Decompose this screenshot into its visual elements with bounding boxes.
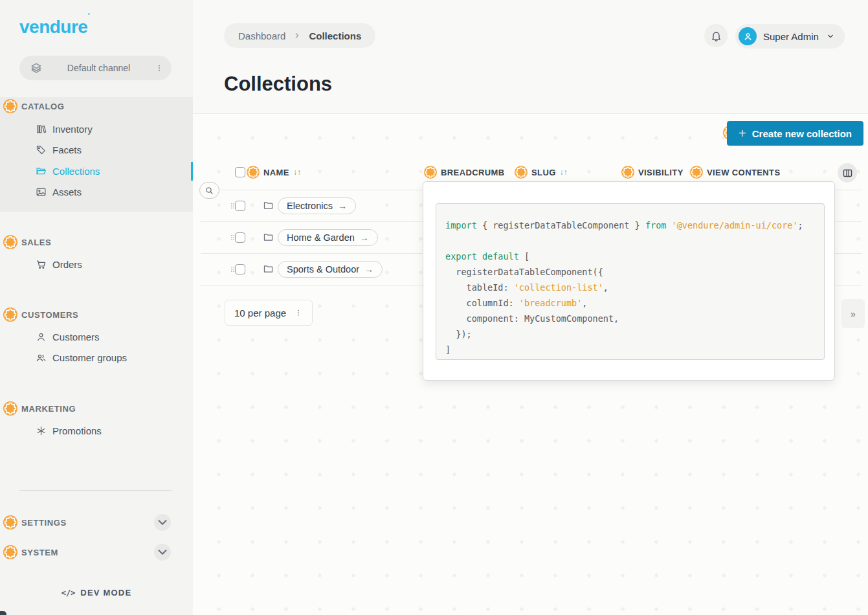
channel-selector[interactable]: Default channel (19, 56, 172, 80)
code-snippet: import { registerDataTableComponent } fr… (436, 203, 825, 360)
column-label: VIEW CONTENTS (707, 168, 781, 177)
code-line: ] (445, 342, 824, 357)
sort-icon[interactable]: ↓↑ (560, 168, 568, 177)
folder-icon (263, 200, 274, 211)
chevron-down-icon (825, 31, 836, 41)
dev-mode-label: DEV MODE (80, 588, 131, 598)
search-button[interactable] (199, 182, 219, 199)
dev-badge-icon[interactable] (621, 166, 634, 179)
column-header-slug: SLUG↓↑ (515, 164, 568, 181)
notifications-button[interactable] (704, 24, 728, 47)
column-header-name: NAME↓↑ (247, 164, 301, 181)
sidebar: vendure˚ Default channel CATALOGInventor… (0, 0, 193, 615)
sidebar-item-label: Customer groups (52, 352, 127, 363)
column-header-breadcrumb: BREADCRUMB (424, 164, 505, 181)
collection-chip-sports-outdoor[interactable]: Sports & Outdoor→ (278, 261, 383, 278)
row-checkbox[interactable] (235, 232, 245, 243)
layers-icon (30, 62, 43, 74)
next-page-button[interactable]: » (841, 299, 865, 328)
kebab-icon (294, 307, 303, 319)
sidebar-item-facets[interactable]: Facets (0, 140, 193, 159)
folder-icon (263, 263, 274, 274)
dev-badge-icon[interactable] (3, 545, 17, 559)
dev-badge-icon[interactable] (515, 166, 528, 179)
page-header-band (193, 0, 868, 114)
sidebar-item-label: Facets (52, 144, 82, 155)
dev-badge-icon[interactable] (3, 308, 17, 322)
breadcrumb: Dashboard Collections (224, 23, 375, 48)
dev-badge-icon[interactable] (247, 166, 260, 179)
code-line: }); (445, 326, 824, 342)
sidebar-item-label: Orders (52, 259, 82, 270)
dev-badge-icon[interactable] (690, 166, 703, 179)
code-line (445, 233, 824, 249)
code-icon: </> (61, 588, 76, 598)
user-menu[interactable]: Super Admin (735, 24, 845, 49)
breadcrumb-dashboard[interactable]: Dashboard (238, 30, 285, 41)
section-label: SYSTEM (21, 548, 154, 557)
column-label[interactable]: NAME (263, 168, 289, 177)
items-per-page-select[interactable]: 10 per page (225, 300, 313, 326)
dev-mode-toggle[interactable]: </> DEV MODE (0, 588, 193, 598)
sidebar-item-promotions[interactable]: Promotions (0, 421, 193, 440)
collection-chip-home-garden[interactable]: Home & Garden→ (278, 229, 378, 246)
collection-name: Sports & Outdoor (287, 264, 359, 274)
sidebar-section-sales: SALES (0, 234, 193, 250)
tag-icon (36, 144, 47, 155)
sidebar-section-customers: CUSTOMERS (0, 307, 193, 322)
sidebar-item-label: Collections (52, 166, 100, 177)
avatar (739, 27, 757, 45)
collection-name: Home & Garden (287, 232, 355, 243)
breadcrumb-collections: Collections (309, 30, 361, 41)
sidebar-item-orders[interactable]: Orders (0, 255, 193, 273)
sidebar-item-collections[interactable]: Collections (0, 162, 193, 180)
chevron-right-icon (292, 30, 302, 41)
asterisk-icon (36, 425, 47, 436)
expand-section-button[interactable] (154, 544, 171, 561)
arrow-right-icon: → (338, 201, 347, 211)
plus-icon: + (739, 127, 746, 140)
bell-icon (710, 30, 722, 42)
code-line: component: MyCustomComponent, (445, 311, 824, 326)
sidebar-item-assets[interactable]: Assets (0, 183, 193, 201)
dev-badge-icon[interactable] (3, 515, 17, 530)
sidebar-item-label: Customers (52, 331, 100, 342)
code-line: registerDataTableComponent({ (445, 264, 824, 280)
sidebar-item-customers[interactable]: Customers (0, 328, 193, 346)
users-icon (36, 352, 47, 363)
sort-icon[interactable]: ↓↑ (293, 168, 301, 177)
kebab-icon[interactable] (155, 62, 164, 74)
dev-badge-icon[interactable] (424, 166, 437, 179)
dev-badge-icon[interactable] (3, 401, 17, 416)
dev-badge-icon[interactable] (3, 99, 17, 113)
column-label: VISIBILITY (638, 168, 684, 177)
create-new-collection-button[interactable]: + Create new collection (727, 121, 863, 146)
expand-section-button[interactable] (154, 514, 171, 531)
dev-badge-icon[interactable] (3, 235, 17, 249)
row-checkbox[interactable] (235, 201, 245, 211)
sidebar-item-label: Assets (52, 186, 82, 197)
section-label: SETTINGS (21, 518, 154, 528)
user-icon (36, 331, 47, 342)
column-settings-button[interactable] (838, 163, 857, 183)
vendure-logo[interactable]: vendure˚ (19, 17, 90, 38)
folder-open-icon (36, 166, 47, 177)
sidebar-item-inventory[interactable]: Inventory (0, 120, 193, 138)
bottom-corner-widget (0, 611, 6, 615)
row-checkbox[interactable] (235, 264, 245, 274)
select-all-checkbox[interactable] (235, 167, 245, 177)
search-icon (205, 186, 214, 196)
image-icon (36, 186, 47, 197)
column-header-view-contents: VIEW CONTENTS (690, 164, 781, 181)
section-label: SALES (21, 238, 51, 247)
user-name: Super Admin (763, 31, 819, 42)
sidebar-item-label: Inventory (52, 124, 93, 135)
arrow-right-icon: → (364, 264, 373, 274)
collection-chip-electronics[interactable]: Electronics→ (278, 197, 356, 214)
collection-name: Electronics (287, 201, 333, 211)
columns-icon (842, 168, 853, 179)
column-label[interactable]: SLUG (531, 168, 556, 177)
sidebar-item-customer-groups[interactable]: Customer groups (0, 348, 193, 366)
section-label: CUSTOMERS (21, 310, 78, 320)
folder-icon (263, 232, 274, 243)
